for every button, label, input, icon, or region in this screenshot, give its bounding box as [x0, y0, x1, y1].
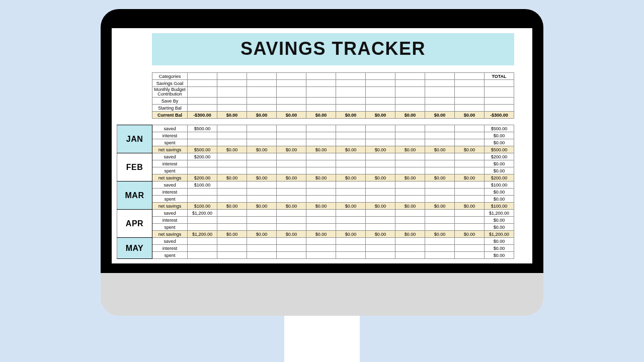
month-cell[interactable] [306, 139, 336, 146]
month-cell[interactable] [188, 238, 217, 245]
summary-cell[interactable] [217, 87, 247, 98]
month-cell[interactable] [336, 252, 366, 259]
month-cell[interactable] [306, 252, 336, 259]
month-cell[interactable] [366, 153, 395, 160]
month-cell[interactable] [455, 153, 485, 160]
month-cell[interactable] [455, 245, 485, 252]
month-cell[interactable] [247, 196, 277, 203]
month-cell[interactable] [336, 125, 366, 132]
month-cell[interactable] [366, 182, 395, 189]
month-cell[interactable] [247, 139, 277, 146]
month-cell[interactable]: $0.00 [455, 146, 485, 153]
month-cell[interactable] [425, 132, 455, 139]
summary-cell[interactable] [277, 87, 306, 98]
summary-cell[interactable] [336, 98, 366, 105]
summary-cell[interactable] [188, 87, 217, 98]
month-cell[interactable] [395, 153, 425, 160]
month-cell[interactable] [188, 189, 217, 196]
month-cell[interactable] [277, 139, 306, 146]
summary-cell[interactable] [455, 73, 485, 80]
summary-cell[interactable]: -$300.00 [188, 112, 217, 119]
month-cell[interactable] [188, 167, 217, 174]
month-cell[interactable] [395, 189, 425, 196]
summary-cell[interactable] [425, 105, 455, 112]
month-cell[interactable] [455, 196, 485, 203]
month-cell[interactable] [366, 167, 395, 174]
month-cell[interactable] [366, 132, 395, 139]
month-cell[interactable] [336, 245, 366, 252]
summary-cell[interactable] [277, 73, 306, 80]
month-cell[interactable] [247, 160, 277, 167]
summary-cell[interactable]: $0.00 [336, 112, 366, 119]
month-cell[interactable] [366, 139, 395, 146]
month-cell[interactable] [425, 125, 455, 132]
month-cell[interactable] [366, 224, 395, 231]
month-cell[interactable] [306, 153, 336, 160]
summary-cell[interactable] [306, 87, 336, 98]
month-cell[interactable]: $0.00 [395, 174, 425, 182]
summary-cell[interactable]: $0.00 [217, 112, 247, 119]
month-cell[interactable] [188, 160, 217, 167]
month-cell[interactable]: $200.00 [188, 174, 217, 182]
summary-cell[interactable]: $0.00 [277, 112, 306, 119]
summary-cell[interactable] [217, 98, 247, 105]
summary-cell[interactable] [395, 87, 425, 98]
month-cell[interactable] [366, 210, 395, 217]
month-cell[interactable] [217, 217, 247, 224]
month-cell[interactable] [247, 210, 277, 217]
month-cell[interactable]: $0.00 [277, 174, 306, 182]
summary-cell[interactable]: $0.00 [395, 112, 425, 119]
month-cell[interactable] [455, 238, 485, 245]
summary-cell[interactable] [336, 80, 366, 87]
summary-cell[interactable] [455, 98, 485, 105]
month-cell[interactable]: $0.00 [277, 146, 306, 153]
month-cell[interactable]: $0.00 [247, 146, 277, 153]
summary-cell[interactable] [366, 80, 395, 87]
month-cell[interactable] [277, 132, 306, 139]
month-cell[interactable]: $0.00 [425, 146, 455, 153]
summary-cell[interactable] [425, 80, 455, 87]
month-cell[interactable] [306, 182, 336, 189]
summary-cell[interactable]: $0.00 [247, 112, 277, 119]
month-cell[interactable]: $0.00 [455, 231, 485, 238]
summary-cell[interactable] [188, 98, 217, 105]
month-cell[interactable] [336, 238, 366, 245]
month-cell[interactable] [188, 224, 217, 231]
month-cell[interactable]: $0.00 [217, 146, 247, 153]
summary-cell[interactable] [247, 73, 277, 80]
month-cell[interactable] [425, 217, 455, 224]
month-cell[interactable] [366, 238, 395, 245]
month-cell[interactable]: $0.00 [425, 231, 455, 238]
summary-cell[interactable] [395, 80, 425, 87]
month-cell[interactable]: $0.00 [366, 174, 395, 182]
summary-cell[interactable] [366, 105, 395, 112]
summary-cell[interactable] [247, 98, 277, 105]
summary-cell[interactable] [455, 105, 485, 112]
month-cell[interactable] [217, 224, 247, 231]
month-cell[interactable] [188, 132, 217, 139]
month-cell[interactable] [336, 139, 366, 146]
month-cell[interactable] [306, 189, 336, 196]
month-cell[interactable] [336, 160, 366, 167]
month-cell[interactable] [395, 217, 425, 224]
month-cell[interactable] [395, 238, 425, 245]
summary-cell[interactable] [455, 87, 485, 98]
month-cell[interactable] [336, 189, 366, 196]
month-cell[interactable] [188, 139, 217, 146]
month-cell[interactable] [306, 125, 336, 132]
month-cell[interactable] [247, 245, 277, 252]
month-cell[interactable] [336, 167, 366, 174]
month-cell[interactable] [366, 217, 395, 224]
month-cell[interactable] [425, 238, 455, 245]
month-cell[interactable]: $0.00 [306, 203, 336, 210]
month-cell[interactable] [395, 196, 425, 203]
month-cell[interactable] [306, 210, 336, 217]
month-cell[interactable] [425, 160, 455, 167]
summary-cell[interactable] [425, 87, 455, 98]
summary-cell[interactable] [425, 98, 455, 105]
month-cell[interactable] [395, 224, 425, 231]
month-cell[interactable] [425, 139, 455, 146]
summary-cell[interactable]: $0.00 [455, 112, 485, 119]
month-cell[interactable]: $0.00 [336, 231, 366, 238]
summary-cell[interactable] [395, 105, 425, 112]
